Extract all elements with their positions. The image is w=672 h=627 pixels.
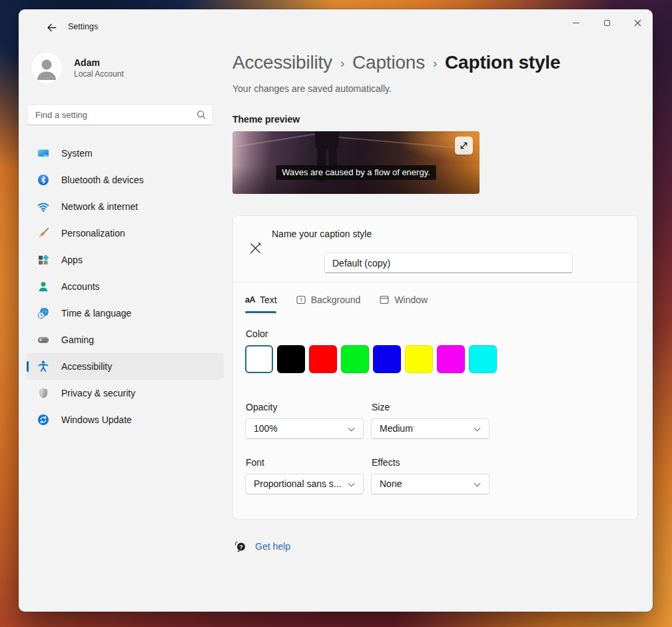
sidebar-item-personalization[interactable]: Personalization — [27, 220, 224, 247]
sidebar-item-label: Time & language — [61, 308, 131, 318]
chevron-down-icon — [474, 425, 481, 432]
sidebar-item-label: Accessibility — [61, 361, 112, 372]
sidebar-item-time-language[interactable]: Time & language — [27, 300, 224, 326]
search-icon — [196, 110, 206, 120]
effects-value: None — [380, 474, 473, 494]
font-value: Proportional sans s... — [254, 474, 347, 494]
apps-icon — [37, 253, 50, 267]
sidebar: Adam Local Account System Bluetooth & de… — [27, 52, 224, 433]
color-swatch-red[interactable] — [309, 345, 337, 373]
color-swatch-black[interactable] — [277, 345, 305, 373]
search-input[interactable] — [27, 105, 212, 125]
size-label: Size — [372, 402, 390, 412]
edit-pencil-icon — [248, 241, 263, 259]
caption-name-label: Name your caption style — [272, 229, 372, 239]
color-swatch-green[interactable] — [341, 345, 369, 373]
tab-label: Text — [260, 295, 277, 305]
app-title: Settings — [68, 22, 98, 31]
tab-background[interactable]: T Background — [296, 289, 361, 311]
color-swatch-white[interactable] — [245, 345, 273, 373]
sidebar-item-accounts[interactable]: Accounts — [27, 273, 224, 300]
size-dropdown[interactable]: Medium — [371, 418, 490, 439]
minimize-icon — [573, 23, 579, 23]
main-content: Accessibility › Captions › Caption style… — [232, 49, 639, 553]
sidebar-item-gaming[interactable]: Gaming — [27, 326, 224, 353]
color-swatch-cyan[interactable] — [469, 345, 497, 373]
sidebar-item-privacy[interactable]: Privacy & security — [27, 380, 224, 406]
caption-style-name-input[interactable] — [324, 253, 573, 273]
chevron-down-icon — [474, 480, 481, 487]
breadcrumb-accessibility[interactable]: Accessibility — [232, 52, 332, 73]
chevron-down-icon — [348, 480, 355, 487]
sidebar-item-apps[interactable]: Apps — [27, 247, 224, 273]
color-swatches — [245, 345, 497, 373]
back-arrow-icon — [46, 22, 57, 33]
minimize-button[interactable] — [561, 9, 591, 36]
sidebar-item-label: Bluetooth & devices — [61, 175, 144, 185]
sidebar-item-network[interactable]: Network & internet — [27, 193, 224, 220]
desktop-wallpaper: Settings Adam Local Account — [0, 0, 672, 627]
breadcrumb-separator: › — [340, 56, 344, 71]
autosave-note: Your changes are saved automatically. — [232, 83, 639, 94]
effects-dropdown[interactable]: None — [371, 474, 490, 494]
breadcrumb-captions[interactable]: Captions — [352, 52, 425, 73]
time-language-icon — [37, 307, 50, 320]
sidebar-item-label: Accounts — [61, 281, 100, 292]
theme-preview: Waves are caused by a flow of energy. — [232, 131, 480, 194]
expand-icon — [459, 141, 469, 151]
account-type: Local Account — [74, 69, 124, 79]
sidebar-item-label: Windows Update — [61, 414, 132, 425]
tab-window[interactable]: Window — [379, 289, 428, 311]
back-button[interactable] — [41, 19, 61, 36]
card-divider — [233, 282, 637, 283]
search-box — [27, 104, 213, 125]
caption-preview-text: Waves are caused by a flow of energy. — [276, 165, 436, 180]
opacity-value: 100% — [254, 419, 347, 438]
maximize-icon — [604, 20, 610, 26]
expand-preview-button[interactable] — [455, 137, 473, 155]
caption-tabs: aA Text T Background Window — [245, 289, 428, 311]
get-help-link[interactable]: Get help — [255, 541, 290, 552]
color-swatch-yellow[interactable] — [405, 345, 433, 373]
sidebar-nav: System Bluetooth & devices Network & int… — [27, 140, 224, 433]
tab-text[interactable]: aA Text — [245, 289, 277, 311]
caption-style-card: Name your caption style aA Text T Backgr… — [232, 215, 638, 520]
sidebar-item-label: Personalization — [61, 228, 125, 239]
maximize-button[interactable] — [591, 9, 622, 36]
sidebar-item-system[interactable]: System — [27, 140, 224, 167]
color-swatch-blue[interactable] — [373, 345, 401, 373]
avatar — [31, 52, 63, 84]
get-help-row: ? Get help — [232, 540, 639, 553]
tab-label: Background — [311, 295, 361, 305]
close-icon — [634, 19, 641, 27]
chevron-down-icon — [348, 425, 355, 432]
page-title: Caption style — [445, 52, 560, 73]
sidebar-item-label: Network & internet — [61, 201, 138, 212]
font-dropdown[interactable]: Proportional sans s... — [245, 474, 364, 494]
gaming-gamepad-icon — [37, 333, 50, 346]
preview-railing — [322, 135, 475, 150]
opacity-dropdown[interactable]: 100% — [245, 418, 364, 439]
sidebar-item-windows-update[interactable]: Windows Update — [27, 406, 224, 433]
close-button[interactable] — [622, 9, 653, 36]
sidebar-item-label: System — [61, 148, 93, 159]
sidebar-item-label: Gaming — [61, 334, 94, 345]
user-account[interactable]: Adam Local Account — [27, 52, 224, 84]
opacity-label: Opacity — [246, 402, 277, 412]
color-swatch-magenta[interactable] — [437, 345, 465, 373]
windows-update-icon — [37, 413, 50, 426]
get-help-icon: ? — [234, 540, 247, 553]
window-tab-icon — [379, 295, 390, 305]
accessibility-icon — [37, 360, 50, 373]
sidebar-item-bluetooth[interactable]: Bluetooth & devices — [27, 167, 224, 193]
size-value: Medium — [380, 419, 473, 438]
background-tab-icon: T — [296, 295, 306, 305]
color-section-label: Color — [246, 328, 268, 339]
sidebar-item-label: Apps — [61, 255, 83, 265]
settings-window: Settings Adam Local Account — [19, 9, 653, 612]
sidebar-item-accessibility[interactable]: Accessibility — [27, 353, 224, 380]
font-label: Font — [246, 457, 264, 468]
sidebar-item-label: Privacy & security — [61, 388, 135, 398]
accounts-person-icon — [37, 280, 50, 293]
personalization-brush-icon — [37, 227, 50, 240]
